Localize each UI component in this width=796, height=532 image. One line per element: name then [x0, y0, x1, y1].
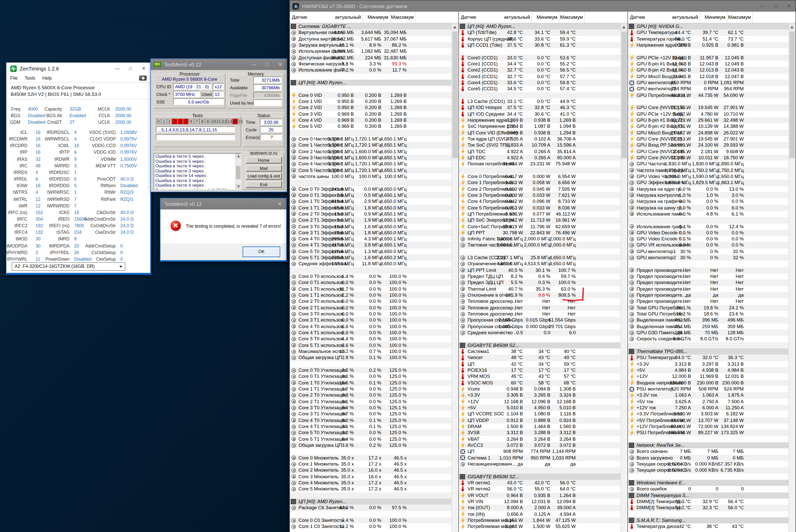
test-box-13[interactable]: 13 — [227, 119, 232, 124]
col-header-current[interactable]: актуальный — [335, 14, 361, 20]
sensor-row[interactable]: Core 4 T0 Эффектив...299.5 МГц4.3 МГц4,6… — [290, 236, 451, 242]
panel-column-headers[interactable]: ДатчикактуальныйМинимумМаксимум — [459, 12, 628, 23]
test-box-9[interactable]: 9 — [205, 119, 210, 124]
sensor-row[interactable]: GPU Core (NVVDD) В...21.153 W19.545 W27.… — [628, 105, 789, 111]
sensor-row[interactable]: Core 3 T0 Утилизация0.4 %0.0 %125.1 % — [290, 405, 451, 411]
sensor-row[interactable]: Ограничение частот...4,650.0 МГц4,514.5 … — [459, 261, 620, 267]
sensor-section-row[interactable]: GPU [#0]: NVIDIA G... — [628, 23, 789, 30]
sensor-section-row[interactable]: ЦП [#0]: AMD Ryzen... — [290, 80, 451, 86]
error-list-scrollbar[interactable] — [236, 154, 241, 189]
test-box-8[interactable]: 8 — [200, 119, 205, 124]
dimm-selector[interactable]: A2: F4-3200C14-16GTZKW (16GB, DR) — [12, 262, 125, 271]
sensor-row[interactable]: VR VOUT0.964 В0.935 В1.264 В — [459, 492, 620, 498]
sensor-row[interactable]: VR петля256.0 °C55.0 °C64.0 °C — [459, 486, 620, 492]
sensor-row[interactable]: Нагрузка на ядро гр...0.0 %0.0 %13.0 % — [628, 186, 789, 192]
sensor-row[interactable]: Core 0 C0 Занятость3.4 %0.0 %100.0 % — [290, 517, 451, 524]
sensor-section-row[interactable]: DIMM Температура S... — [628, 492, 789, 498]
sensor-row[interactable]: GPU вентилятор2794 RPM0 RPM954 RPM — [628, 86, 789, 92]
sensor-row[interactable]: PSU вентилятор520 RPM508 RPM524 RPM — [628, 386, 789, 392]
zentimings-minimize-icon[interactable]: — — [111, 63, 124, 74]
home-button[interactable]: Home — [246, 157, 282, 163]
sensor-row[interactable]: ЦП Потребляемая мо...5.676 W0.077 W46.11… — [459, 211, 620, 217]
sensor-row[interactable]: ток (IOUT)8.000 A2.000 A39.000 A — [459, 505, 620, 511]
sensor-row[interactable]: Core 4 Потребляема...0.942 W0.096 W8.733… — [459, 198, 620, 205]
sensor-row[interactable]: Core 3 T0 Эффектив...16.2 МГц1.6 МГц4,65… — [290, 223, 451, 230]
sensor-row[interactable]: GPU Video Частота1,605.0 МГц1,590.0 МГц1… — [628, 173, 789, 180]
sensor-row[interactable]: Core 1 Частота (perf ...3,500.1 МГц1,720… — [290, 142, 451, 148]
sensor-row[interactable]: +12V Потребляемая ...87.000 W72.000 W134… — [628, 423, 789, 430]
sensor-row[interactable]: Core 4 T1 Эффектив...117.0 МГц3.8 МГц4,6… — [290, 242, 451, 248]
threads-field[interactable]: x12 — [213, 83, 224, 90]
sensor-section-row[interactable]: Система: GIGABYTE ... — [290, 23, 451, 30]
sensor-row[interactable]: Тепловое дросселир...НетНетНет — [459, 305, 620, 311]
sensor-row[interactable]: Текущая скорость за...0.000 KB/s0.000 KB… — [628, 467, 789, 474]
sensor-row[interactable]: Core 5 T1 использов...3.6 %0.0 %100.0 % — [290, 342, 451, 348]
testmem5-minimize-icon[interactable]: — — [247, 59, 260, 70]
col-header-sensor[interactable]: Датчик — [461, 14, 476, 20]
sensor-row[interactable]: VR VIN12.094 В12.031 В12.094 В — [459, 498, 620, 505]
sensor-row[interactable]: GPU Misc0 Вход Пот...25.187 W24.898 W26.… — [628, 130, 789, 136]
sensor-row[interactable]: VR петля143.0 °C42.0 °C56.0 °C — [459, 480, 620, 486]
sensor-row[interactable]: Package C6 Занятость44.0 %0.0 %97.5 % — [290, 505, 451, 511]
sensor-row[interactable]: Тактовая частота ко...2,000.0 МГц2,000.0… — [459, 242, 620, 248]
testmem5-maximize-icon[interactable]: □ — [260, 59, 274, 70]
sensor-row[interactable]: Ток ядра ЦП (SVI2 T...4.935 A0.102 A36.7… — [459, 136, 620, 142]
sensor-row[interactable]: +5V ток3.625 A2.750 A7.500 A — [628, 398, 789, 405]
sensor-row[interactable]: Core 5 Множитель35.0 x17.2 x46.5 x — [290, 486, 451, 492]
sensor-row[interactable]: GPU Температура44.4 °C39.7 °C62.1 °C — [628, 30, 789, 36]
sensor-row[interactable]: PSU Температура34.0 °C32.0 °C36.3 °C — [628, 355, 789, 361]
sensor-row[interactable]: Core 4 T0 Утилизация8.0 %0.1 %125.0 % — [290, 417, 451, 423]
sensor-row[interactable]: ЦП42 °C34 °C59 °C — [459, 361, 620, 367]
sensor-row[interactable]: Core 2 T1 Эффектив...3.1 МГц1.9 МГц4,650… — [290, 217, 451, 223]
sensor-row[interactable]: Core 2 T1 Утилизация0.1 %0.0 %125.0 % — [290, 398, 451, 405]
zentimings-maximize-icon[interactable]: □ — [124, 63, 137, 74]
sensor-section-row[interactable]: GIGABYTE B450M S2... — [459, 473, 620, 480]
sensor-row[interactable]: VBAT3.264 В3.264 В3.264 В — [459, 436, 620, 442]
hwinfo-minimize-icon[interactable]: — — [756, 1, 769, 11]
sensor-row[interactable]: Core 0 T1 использов...0.0 %0.0 %100.0 % — [290, 280, 451, 286]
col-header-sensor[interactable]: Датчик — [630, 14, 645, 20]
sensor-row[interactable]: Частота памяти граф...1,750.2 МГц1,750.2… — [628, 167, 789, 173]
sensor-row[interactable]: Core 2 T0 использов...0.0 %0.0 %100.0 % — [290, 299, 451, 305]
testmem5-close-icon[interactable]: ✕ — [274, 59, 287, 70]
sensor-row[interactable]: ЦП908 RPM774 RPM1,144 RPM — [459, 449, 620, 455]
sensor-row[interactable]: +3.3V3.305 В3.265 В3.324 В — [459, 392, 620, 399]
sensor-row[interactable]: GPU Core (NVVDD) В...11.309 W10.011 W18.… — [628, 155, 789, 161]
sensor-row[interactable]: Core 5 Потребляема...0.753 W0.033 W8.036… — [459, 205, 620, 211]
scroll-up-icon[interactable] — [621, 23, 628, 31]
sensor-row[interactable]: DIMM[3] Температур...34.7 °C32.3 °C56.0 … — [628, 505, 789, 511]
sensor-row[interactable]: ЦП EDC4.922 A0.265 A90.000 A — [459, 155, 620, 161]
sensor-row[interactable]: Предел производите...НетНетНет — [628, 267, 789, 273]
sensor-row[interactable]: Пропускная способн...1.481 Gbps0.000 Gbp… — [459, 324, 620, 330]
sensor-row[interactable]: Core 2 VID0.950 В0.200 В1.269 В — [290, 105, 451, 111]
dialog-titlebar[interactable]: TestMem5 v0.12 ✕ — [160, 198, 286, 209]
col-header-min[interactable]: Минимум — [705, 14, 725, 20]
sensor-row[interactable]: ЦП IOD Hotspot37.5 °C32.8 °C46.3 °C — [459, 105, 620, 111]
col-header-sensor[interactable]: Датчик — [292, 14, 307, 20]
sensor-row[interactable]: ЦП SoC Энергопотре...12.942 W11.713 W16.… — [459, 217, 620, 223]
ok-button[interactable]: OK — [243, 246, 280, 257]
sensor-row[interactable]: Core 0 VID0.950 В0.200 В1.269 В — [290, 92, 451, 98]
sensor-row[interactable]: Core 1 T1 Эффектив...65.9 МГц1.8 МГц4,65… — [290, 205, 451, 211]
sensor-row[interactable]: GPU 8-pin #1 Вход Н...12.048 В12.043 В12… — [628, 61, 789, 67]
sensor-row[interactable]: Core 1 Потребляема...1.263 W0.058 W6.656… — [459, 179, 620, 186]
sensor-row[interactable]: AVCC33.072 В3.072 В3.072 В — [459, 442, 620, 449]
dialog-close-icon[interactable]: ✕ — [273, 199, 286, 209]
sensor-row[interactable]: Использование граф...0.4 %0.0 %12.4 % — [628, 223, 789, 230]
zentimings-close-icon[interactable]: ✕ — [137, 63, 150, 74]
sensor-row[interactable]: Core 1 Множитель35.0 x17.2 x46.5 x — [290, 461, 451, 467]
sensor-row[interactable]: Core 0 Потребляема...0.417 W0.000 W6.954… — [459, 173, 620, 180]
test-box-6[interactable]: 6 — [189, 119, 194, 124]
sensor-row[interactable]: Core 2 T1 использов...0.0 %0.0 %100.0 % — [290, 305, 451, 311]
testmem5-titlebar[interactable]: TestMem5 v0.12 — □ ✕ — [151, 59, 287, 70]
sensor-row[interactable]: GPU PCIe +12V Вход...5.057 W4.780 W10.71… — [628, 111, 789, 117]
sensor-row[interactable]: DRAM1.500 В1.464 В1.560 В — [459, 423, 620, 430]
sensor-row[interactable]: Используемая физич...1,899 МБ1,082 МБ32,… — [290, 49, 451, 55]
sensor-row[interactable]: GPU 8-pin #2 Вход П...10.836 W10.139 W14… — [628, 124, 789, 130]
test-box-4[interactable]: 4 — [178, 119, 183, 124]
col-header-max[interactable]: Максимум — [391, 14, 414, 20]
sensor-row[interactable]: Core 0 T1 Утилизация0.1 %0.0 %125.0 % — [290, 374, 451, 380]
sensor-row[interactable]: Vcore0.948 В0.084 В1.308 В — [459, 386, 620, 392]
sensor-section-row[interactable]: Network: RealTek Se... — [628, 442, 789, 449]
sensor-row[interactable]: ЦП IOD Среднее34.4 °C30.6 °C41.0 °C — [459, 111, 620, 117]
